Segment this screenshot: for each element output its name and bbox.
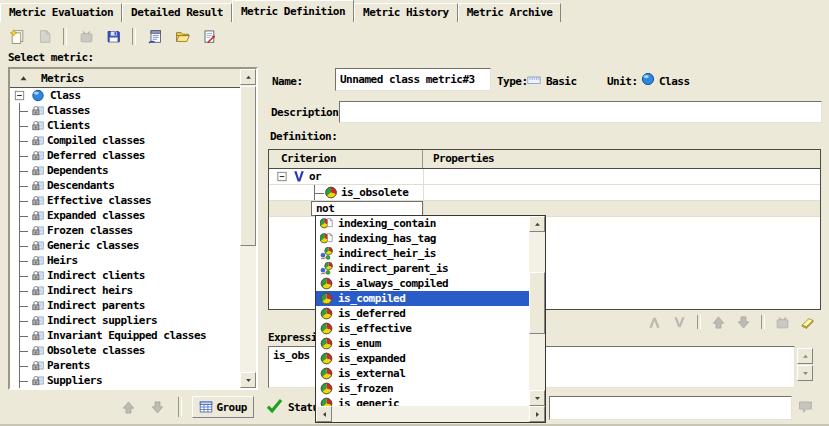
tree-item-frozen-classes[interactable]: Frozen classes — [10, 223, 240, 238]
metric-move-down-button[interactable] — [146, 397, 168, 417]
tab-detailed-result[interactable]: Detailed Result — [122, 3, 232, 22]
dropdown-item-is-effective[interactable]: is_effective — [316, 321, 529, 336]
status-input[interactable] — [549, 396, 792, 420]
scroll-down-button[interactable] — [529, 390, 545, 406]
tab-metric-definition[interactable]: Metric Definition — [232, 0, 354, 22]
scroll-up-button[interactable] — [529, 216, 545, 232]
tree-branch — [308, 185, 324, 200]
criterion-edit-field[interactable]: not — [311, 201, 423, 216]
delete-criterion-icon — [775, 315, 790, 330]
metric-name-input[interactable] — [335, 68, 491, 91]
tree-item-generic-classes[interactable]: Generic classes — [10, 238, 240, 253]
tree-item-parents[interactable]: Parents — [10, 358, 240, 373]
dropdown-item-label: indexing_has_tag — [338, 232, 436, 245]
tree-item-deferred-classes[interactable]: Deferred classes — [10, 148, 240, 163]
tree-item-effective-classes[interactable]: Effective classes — [10, 193, 240, 208]
tree-branch — [19, 208, 31, 223]
tree-branch — [19, 253, 31, 268]
save-metric-button[interactable] — [102, 26, 124, 46]
new-metric-button[interactable] — [6, 26, 28, 46]
tree-item-suppliers[interactable]: Suppliers — [10, 373, 240, 388]
group-button[interactable]: Group — [192, 396, 254, 418]
import-metrics-button[interactable] — [144, 26, 166, 46]
scroll-right-button[interactable] — [529, 406, 545, 422]
tree-item-obsolete-classes[interactable]: Obsolete classes — [10, 343, 240, 358]
tree-item-heirs[interactable]: Heirs — [10, 253, 240, 268]
dropdown-item-is-enum[interactable]: is_enum — [316, 336, 529, 351]
dropdown-item-label: is_external — [338, 367, 405, 380]
tree-item-invariant-equipped-classes[interactable]: Invariant Equipped classes — [10, 328, 240, 343]
tree-branch — [19, 373, 31, 388]
save-metric-icon — [106, 29, 121, 44]
insert-and-button[interactable] — [646, 314, 663, 331]
tree-item-descendants[interactable]: Descendants — [10, 178, 240, 193]
unit-label: Unit: — [607, 75, 638, 88]
tree-item-classes[interactable]: Classes — [10, 103, 240, 118]
dropdown-item-indirect-parent-is[interactable]: indirect_parent_is — [316, 261, 529, 276]
scroll-down-button[interactable] — [797, 365, 813, 381]
insert-and-icon — [647, 315, 662, 330]
scroll-down-button[interactable] — [240, 372, 256, 388]
tree-item-dependents[interactable]: Dependents — [10, 163, 240, 178]
dropdown-item-is-always-compiled[interactable]: is_always_compiled — [316, 276, 529, 291]
criterion-row-or[interactable]: or — [269, 169, 820, 185]
tree-branch — [19, 193, 31, 208]
dropdown-item-is-compiled[interactable]: is_compiled — [316, 291, 529, 306]
delete-metric-icon — [79, 29, 94, 44]
tree-item-indirect-parents[interactable]: Indirect parents — [10, 298, 240, 313]
open-metric-file-button[interactable] — [171, 26, 193, 46]
dropdown-vertical-scrollbar[interactable] — [529, 216, 545, 406]
tree-item-indirect-heirs[interactable]: Indirect heirs — [10, 283, 240, 298]
dropdown-item-is-expanded[interactable]: is_expanded — [316, 351, 529, 366]
arr-down-icon — [533, 394, 542, 403]
tree-branch — [19, 148, 31, 163]
properties-column-header[interactable]: Properties — [423, 150, 494, 168]
tree-item-indirect-clients[interactable]: Indirect clients — [10, 268, 240, 283]
move-up-icon — [121, 400, 136, 415]
arr-down-icon — [801, 369, 810, 378]
dropdown-item-is-generic[interactable]: is_generic — [316, 396, 529, 406]
tab-metric-evaluation[interactable]: Metric Evaluation — [0, 3, 122, 22]
tree-scrollbar-thumb[interactable] — [240, 86, 256, 246]
export-metrics-button[interactable] — [198, 26, 220, 46]
import-metrics-icon — [148, 29, 163, 44]
dropdown-item-indexing-has-tag[interactable]: indexing_has_tag — [316, 231, 529, 246]
tree-item-expanded-classes[interactable]: Expanded classes — [10, 208, 240, 223]
tab-metric-history[interactable]: Metric History — [354, 3, 458, 22]
scroll-left-button[interactable] — [316, 406, 332, 422]
tree-item-class[interactable]: Class — [10, 88, 240, 103]
dropdown-item-indexing-contain[interactable]: indexing_contain — [316, 216, 529, 231]
dropdown-item-is-frozen[interactable]: is_frozen — [316, 381, 529, 396]
tree-scrollbar[interactable] — [240, 69, 256, 388]
criterion-column-header[interactable]: Criterion — [269, 150, 423, 168]
criterion-relation-icon — [320, 247, 333, 260]
criterion-pie-icon — [320, 397, 333, 406]
move-down-button[interactable] — [735, 314, 752, 331]
metric-move-up-button[interactable] — [117, 397, 139, 417]
comment-button[interactable] — [797, 399, 814, 418]
toolbar-separator — [178, 397, 182, 417]
scroll-up-button[interactable] — [240, 69, 256, 85]
dropdown-item-is-deferred[interactable]: is_deferred — [316, 306, 529, 321]
move-up-button[interactable] — [710, 314, 727, 331]
tab-metric-archive[interactable]: Metric Archive — [458, 3, 562, 22]
criterion-row-is-obsolete[interactable]: is_obsolete — [269, 185, 820, 201]
tree-item-compiled-classes[interactable]: Compiled classes — [10, 133, 240, 148]
delete-criterion-button[interactable] — [774, 314, 791, 331]
eraser-button[interactable] — [799, 314, 816, 331]
duplicate-metric-button[interactable] — [33, 26, 55, 46]
scroll-up-button[interactable] — [797, 348, 813, 364]
dropdown-item-label: is_expanded — [338, 352, 405, 365]
locked-metric-icon — [31, 269, 45, 282]
dropdown-item-is-external[interactable]: is_external — [316, 366, 529, 381]
tree-item-indirect-suppliers[interactable]: Indirect suppliers — [10, 313, 240, 328]
delete-metric-button[interactable] — [75, 26, 97, 46]
metrics-column-header[interactable]: Metrics — [10, 69, 240, 88]
tree-item-clients[interactable]: Clients — [10, 118, 240, 133]
dropdown-horizontal-scrollbar[interactable] — [316, 406, 545, 422]
criterion-label: or — [309, 170, 321, 183]
insert-or-button[interactable] — [671, 314, 688, 331]
dropdown-item-indirect-heir-is[interactable]: indirect_heir_is — [316, 246, 529, 261]
description-input[interactable] — [339, 101, 822, 123]
dropdown-scrollbar-thumb[interactable] — [529, 272, 545, 334]
